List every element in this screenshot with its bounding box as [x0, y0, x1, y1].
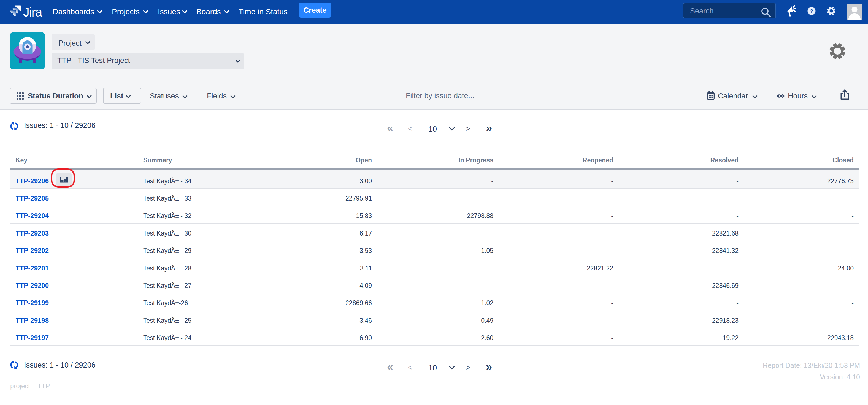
svg-text:?: ? [810, 8, 813, 14]
